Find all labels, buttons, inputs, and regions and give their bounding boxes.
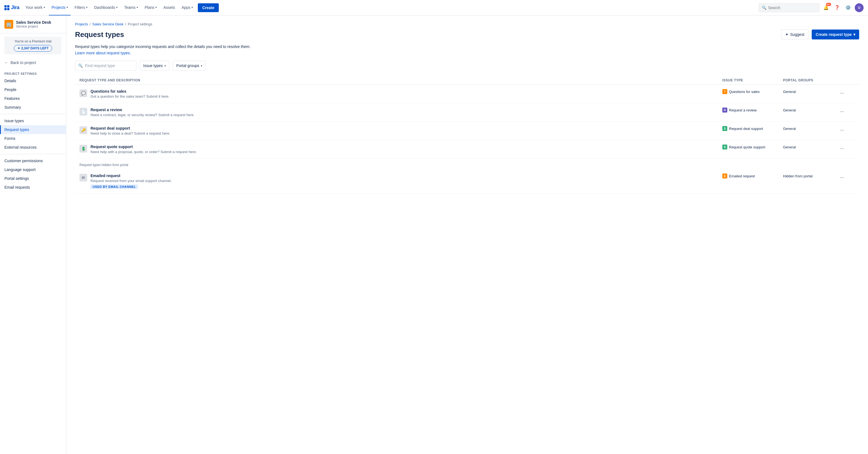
search-input[interactable] bbox=[768, 5, 816, 10]
trial-days-button[interactable]: ✦ 2,347 DAYS LEFT bbox=[14, 45, 52, 52]
chevron-down-icon: ▾ bbox=[201, 64, 202, 67]
suggest-icon: ✦ bbox=[785, 32, 788, 37]
sidebar-item-external-resources[interactable]: External resources bbox=[0, 143, 66, 152]
back-to-project[interactable]: ← Back to project bbox=[0, 58, 66, 68]
request-name: Emailed request bbox=[91, 173, 172, 178]
request-name: Request deal support bbox=[91, 126, 170, 130]
issue-type-icon: E bbox=[722, 173, 727, 179]
breadcrumb-projects[interactable]: Projects bbox=[75, 22, 88, 26]
request-name: Request quote support bbox=[91, 144, 197, 149]
issue-type-icon: S bbox=[722, 126, 727, 131]
nav-item-plans[interactable]: Plans ▾ bbox=[142, 0, 159, 15]
request-type-icon: 📄 bbox=[80, 108, 87, 116]
request-type-icon: 🔑 bbox=[80, 126, 87, 134]
more-menu-button[interactable]: ··· bbox=[838, 144, 846, 152]
sidebar-item-portal-settings[interactable]: Portal settings bbox=[0, 174, 66, 183]
page-actions: ✦ Suggest Create request type ▾ bbox=[781, 30, 859, 39]
portal-group: General bbox=[783, 144, 838, 149]
avatar[interactable]: U bbox=[855, 3, 864, 12]
issue-type-badge: E Emailed request bbox=[722, 173, 783, 179]
create-button[interactable]: Create bbox=[198, 3, 219, 12]
table-row: 💲 Request quote support Need help with a… bbox=[75, 140, 859, 159]
jira-logo-text: Jira bbox=[11, 5, 19, 10]
sidebar-item-details[interactable]: Details bbox=[0, 76, 66, 85]
main-content: Projects / Sales Service Desk / Project … bbox=[66, 15, 868, 454]
issue-type-badge: R Request a review bbox=[722, 107, 783, 112]
nav-item-filters[interactable]: Filters ▾ bbox=[72, 0, 90, 15]
breadcrumb-sep-1: / bbox=[90, 22, 91, 26]
notifications-button[interactable]: 🔔 9+ bbox=[822, 3, 831, 12]
chevron-down-icon: ▾ bbox=[854, 32, 855, 37]
top-navigation: Jira Your work ▾ Projects ▾ Filters ▾ Da… bbox=[0, 0, 868, 15]
page-header: Request types ✦ Suggest Create request t… bbox=[75, 30, 859, 39]
col-portal-groups: Portal groups bbox=[783, 78, 838, 82]
filters-row: 🔍 Issue types ▾ Portal groups ▾ bbox=[75, 61, 859, 71]
sidebar-item-features[interactable]: Features bbox=[0, 94, 66, 103]
issue-type-badge: S Request deal support bbox=[722, 126, 783, 131]
nav-item-projects[interactable]: Projects ▾ bbox=[49, 0, 71, 15]
learn-more-link[interactable]: Learn more about request types. bbox=[75, 51, 131, 55]
sidebar-item-customer-permissions[interactable]: Customer permissions bbox=[0, 156, 66, 165]
more-menu-button[interactable]: ··· bbox=[838, 126, 846, 134]
chevron-down-icon: ▾ bbox=[66, 6, 68, 9]
trial-banner: You're on a Premium trial ✦ 2,347 DAYS L… bbox=[4, 37, 62, 54]
nav-item-teams[interactable]: Teams ▾ bbox=[121, 0, 141, 15]
sidebar-item-people[interactable]: People bbox=[0, 85, 66, 94]
create-request-type-button[interactable]: Create request type ▾ bbox=[812, 30, 859, 39]
request-desc: Need help to close a deal? Submit a requ… bbox=[91, 131, 170, 135]
sidebar-item-summary[interactable]: Summary bbox=[0, 103, 66, 112]
sidebar-item-request-types[interactable]: Request types bbox=[0, 125, 66, 134]
chevron-down-icon: ▾ bbox=[136, 6, 138, 9]
sidebar-item-email-requests[interactable]: Email requests bbox=[0, 183, 66, 192]
project-icon: 🏢 bbox=[4, 20, 13, 29]
request-type-info: Questions for sales Got a question for t… bbox=[91, 89, 169, 98]
nav-item-apps[interactable]: Apps ▾ bbox=[179, 0, 196, 15]
settings-button[interactable]: ⚙️ bbox=[844, 3, 852, 12]
request-desc: Need help with a proposal, quote, or ord… bbox=[91, 150, 197, 154]
nav-item-dashboards[interactable]: Dashboards ▾ bbox=[91, 0, 120, 15]
sidebar-item-forms[interactable]: Forms bbox=[0, 134, 66, 143]
grid-icon bbox=[4, 5, 9, 10]
request-name: Questions for sales bbox=[91, 89, 169, 94]
chevron-down-icon: ▾ bbox=[86, 6, 88, 9]
request-name: Request a review bbox=[91, 107, 194, 112]
issue-type-icon: ? bbox=[722, 89, 727, 94]
back-label: Back to project bbox=[10, 60, 36, 65]
search-input[interactable] bbox=[85, 63, 133, 68]
breadcrumb-sales-service-desk[interactable]: Sales Service Desk bbox=[92, 22, 124, 26]
more-menu-button[interactable]: ··· bbox=[838, 89, 846, 97]
help-button[interactable]: ❓ bbox=[833, 3, 841, 12]
breadcrumb-sep-2: / bbox=[125, 22, 126, 26]
request-type-col: 💲 Request quote support Need help with a… bbox=[80, 144, 722, 154]
nav-logo[interactable]: Jira bbox=[4, 5, 19, 10]
suggest-button[interactable]: ✦ Suggest bbox=[781, 30, 808, 39]
request-desc: Got a question for the sales team? Submi… bbox=[91, 94, 169, 98]
more-menu-button[interactable]: ··· bbox=[838, 173, 846, 181]
issue-types-filter[interactable]: Issue types ▾ bbox=[140, 61, 169, 71]
nav-item-your-work[interactable]: Your work ▾ bbox=[23, 0, 48, 15]
table-header: Request type and description Issue type … bbox=[75, 76, 859, 85]
request-type-info: Emailed request Request received from yo… bbox=[91, 173, 172, 189]
trial-text: You're on a Premium trial bbox=[8, 39, 58, 43]
portal-groups-filter[interactable]: Portal groups ▾ bbox=[173, 61, 206, 71]
sidebar-project-info: 🏢 Sales Service Desk Service project bbox=[4, 20, 62, 29]
used-by-email-badge: USED BY EMAIL CHANNEL bbox=[91, 185, 138, 189]
chevron-down-icon: ▾ bbox=[164, 64, 166, 67]
nav-right-actions: 🔍 🔔 9+ ❓ ⚙️ U bbox=[759, 3, 864, 12]
sidebar-project-type: Service project bbox=[16, 25, 51, 28]
sidebar: 🏢 Sales Service Desk Service project You… bbox=[0, 15, 66, 454]
issue-type-badge: S Request quote support bbox=[722, 144, 783, 150]
request-type-search[interactable]: 🔍 bbox=[75, 61, 136, 71]
sidebar-item-language-support[interactable]: Language support bbox=[0, 165, 66, 174]
chevron-down-icon: ▾ bbox=[43, 6, 45, 9]
more-menu-button[interactable]: ··· bbox=[838, 107, 846, 115]
sidebar-item-issue-types[interactable]: Issue types bbox=[0, 117, 66, 125]
nav-item-assets[interactable]: Assets bbox=[161, 0, 178, 15]
table-row: 🔑 Request deal support Need help to clos… bbox=[75, 122, 859, 140]
app-layout: 🏢 Sales Service Desk Service project You… bbox=[0, 15, 868, 454]
search-bar[interactable]: 🔍 bbox=[759, 3, 819, 12]
sidebar-project-details: Sales Service Desk Service project bbox=[16, 20, 51, 28]
table-row: 📄 Request a review Need a contract, lega… bbox=[75, 103, 859, 122]
request-desc: Request received from your email support… bbox=[91, 179, 172, 183]
request-type-icon: 💲 bbox=[80, 145, 87, 153]
